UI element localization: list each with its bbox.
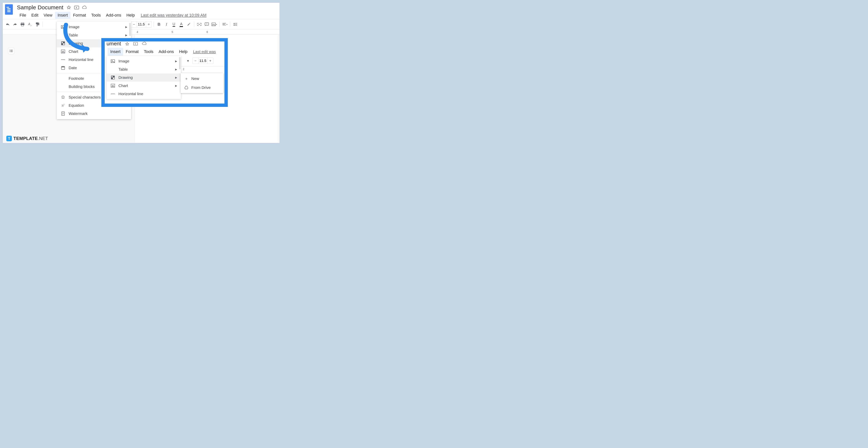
insert-item-chart[interactable]: Chart▶ bbox=[106, 82, 181, 90]
menu-help[interactable]: Help bbox=[124, 12, 137, 19]
last-edit-link[interactable]: Last edit was yesterday at 10:09 AM bbox=[141, 13, 207, 18]
inset-insert-menu: Image▶Table▶Drawing▶Chart▶Horizontal lin… bbox=[106, 56, 181, 99]
inset-callout: ument Insert Format Tools Add-ons Help L… bbox=[101, 38, 228, 107]
menu-addons[interactable]: Add-ons bbox=[103, 12, 124, 19]
menu-file[interactable]: File bbox=[17, 12, 29, 19]
styles-dropdown[interactable]: ▾ bbox=[185, 58, 191, 64]
insert-item-label: Horizontal line bbox=[119, 92, 143, 96]
chevron-right-icon: ▶ bbox=[175, 76, 177, 79]
submenu-new[interactable]: ＋ New bbox=[181, 74, 223, 83]
redo-button[interactable] bbox=[12, 21, 19, 28]
spellcheck-button[interactable]: A✓ bbox=[27, 21, 33, 28]
font-size-decrease[interactable]: − bbox=[193, 59, 198, 63]
cloud-icon[interactable] bbox=[142, 42, 147, 46]
insert-item-label: Equation bbox=[69, 103, 84, 108]
header: Sample Document File Edit View Insert Fo… bbox=[3, 3, 279, 19]
blank-icon bbox=[61, 85, 65, 89]
inset-title-fragment: ument bbox=[106, 41, 121, 47]
font-size-increase[interactable]: + bbox=[146, 22, 152, 27]
svg-point-25 bbox=[112, 60, 113, 61]
svg-rect-16 bbox=[64, 52, 64, 53]
underline-button[interactable]: U bbox=[170, 21, 177, 28]
submenu-from-drive[interactable]: From Drive bbox=[181, 83, 223, 92]
align-button[interactable]: ▾ bbox=[221, 21, 228, 28]
svg-rect-19 bbox=[61, 67, 65, 67]
document-title[interactable]: Sample Document bbox=[17, 4, 63, 10]
outline-toggle-button[interactable] bbox=[8, 48, 14, 54]
svg-rect-14 bbox=[62, 52, 62, 53]
font-size-increase[interactable]: + bbox=[208, 59, 213, 63]
star-icon[interactable] bbox=[125, 42, 129, 46]
insert-item-label: Special characters bbox=[69, 95, 101, 99]
insert-item-label: Watermark bbox=[69, 111, 88, 116]
toolbar: A✓ ▾ − 11.5 + B I U A + ▾ ▾ bbox=[3, 19, 279, 30]
move-icon[interactable] bbox=[74, 5, 79, 10]
italic-button[interactable]: I bbox=[163, 21, 170, 28]
link-button[interactable] bbox=[196, 21, 203, 28]
svg-rect-12 bbox=[63, 43, 64, 45]
insert-item-image[interactable]: Image▶ bbox=[57, 23, 131, 31]
text-color-button[interactable]: A bbox=[178, 21, 185, 28]
menu-edit[interactable]: Edit bbox=[29, 12, 41, 19]
menu-addons[interactable]: Add-ons bbox=[156, 48, 177, 56]
menu-help[interactable]: Help bbox=[177, 48, 190, 56]
insert-item-label: Date bbox=[69, 66, 77, 70]
inset-last-edit[interactable]: Last edit was bbox=[193, 50, 216, 54]
font-size-decrease[interactable]: − bbox=[131, 22, 137, 27]
font-size-value[interactable]: 11.5 bbox=[198, 58, 208, 64]
move-icon[interactable] bbox=[133, 42, 138, 46]
drawing-submenu: ＋ New From Drive bbox=[181, 73, 223, 93]
insert-item-watermark[interactable]: Watermark bbox=[57, 109, 131, 118]
inset-menubar: Insert Format Tools Add-ons Help Last ed… bbox=[108, 48, 216, 56]
chevron-right-icon: ▶ bbox=[175, 84, 177, 87]
insert-item-image[interactable]: Image▶ bbox=[106, 57, 181, 65]
insert-item-table[interactable]: Table▶ bbox=[106, 65, 181, 73]
menu-insert[interactable]: Insert bbox=[55, 12, 70, 19]
menu-insert[interactable]: Insert bbox=[108, 48, 123, 56]
insert-image-button[interactable]: ▾ bbox=[211, 21, 218, 28]
chevron-right-icon: ▶ bbox=[175, 60, 177, 63]
svg-rect-15 bbox=[63, 51, 63, 53]
menu-tools[interactable]: Tools bbox=[141, 48, 156, 56]
drive-icon bbox=[184, 86, 188, 90]
highlight-button[interactable] bbox=[185, 21, 192, 28]
paint-format-button[interactable] bbox=[34, 21, 41, 28]
menu-tools[interactable]: Tools bbox=[89, 12, 103, 19]
line-spacing-button[interactable] bbox=[232, 21, 239, 28]
chevron-right-icon: ▶ bbox=[125, 26, 127, 28]
svg-rect-30 bbox=[112, 86, 112, 87]
insert-item-label: Building blocks bbox=[69, 85, 95, 89]
blank-icon bbox=[61, 76, 65, 81]
insert-item-label: Table bbox=[69, 33, 78, 37]
image-icon bbox=[111, 59, 115, 63]
template-logo-icon: T bbox=[6, 136, 12, 141]
inset-ruler: 2 bbox=[183, 67, 184, 71]
print-button[interactable] bbox=[19, 21, 26, 28]
insert-item-label: Drawing bbox=[69, 41, 83, 45]
plus-icon: ＋ bbox=[184, 76, 188, 81]
svg-rect-20 bbox=[62, 66, 62, 67]
docs-logo-icon[interactable] bbox=[5, 4, 13, 15]
font-size-value[interactable]: 11.5 bbox=[137, 21, 146, 27]
menu-format[interactable]: Format bbox=[123, 48, 141, 56]
omega-icon: Ω bbox=[61, 95, 65, 99]
svg-rect-17 bbox=[61, 60, 65, 60]
template-net-watermark: T TEMPLATE.NET bbox=[6, 136, 48, 141]
undo-button[interactable] bbox=[4, 21, 11, 28]
chevron-right-icon: ▶ bbox=[175, 68, 177, 71]
bold-button[interactable]: B bbox=[156, 21, 162, 28]
google-docs-window: Sample Document File Edit View Insert Fo… bbox=[3, 3, 280, 143]
date-icon bbox=[61, 66, 65, 70]
insert-item-drawing[interactable]: Drawing▶ bbox=[106, 73, 181, 82]
drawing-icon bbox=[61, 41, 65, 45]
comment-button[interactable]: + bbox=[204, 21, 210, 28]
svg-rect-7 bbox=[212, 23, 216, 26]
cloud-icon[interactable] bbox=[82, 5, 87, 10]
menu-view[interactable]: View bbox=[41, 12, 55, 19]
drawing-icon bbox=[111, 75, 115, 80]
menu-format[interactable]: Format bbox=[70, 12, 89, 19]
hline-icon bbox=[61, 58, 65, 62]
svg-rect-33 bbox=[111, 94, 115, 94]
insert-item-horizontal-line[interactable]: Horizontal line bbox=[106, 90, 181, 98]
star-icon[interactable] bbox=[66, 5, 71, 10]
